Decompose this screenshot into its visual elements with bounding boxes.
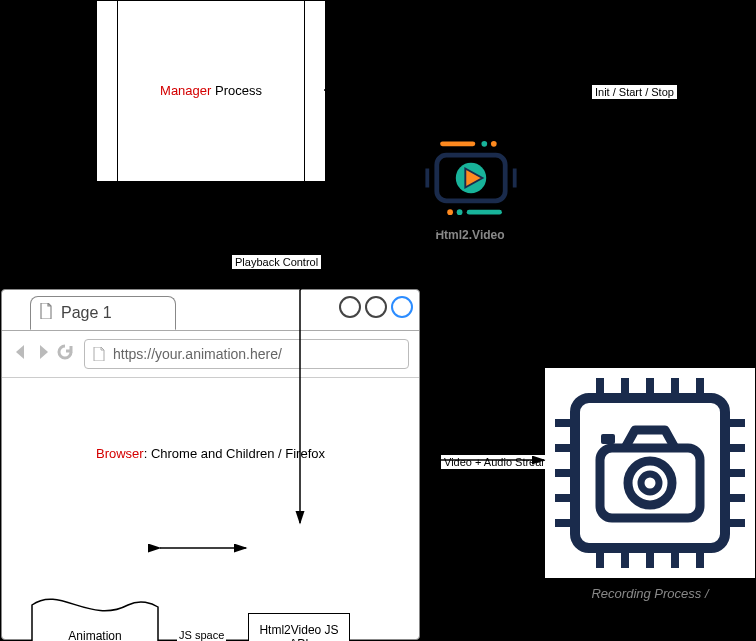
manager-process-box: Manager Process [96, 0, 326, 182]
page-icon [39, 303, 53, 323]
back-icon[interactable] [12, 343, 30, 365]
recording-process-label: Recording Process / [550, 586, 750, 601]
playback-control-label: Playback Control [231, 254, 322, 270]
svg-point-5 [491, 141, 497, 147]
video-audio-stream-label: Video + Audio Stream [440, 454, 555, 470]
browser-caption: Browser: Chrome and Children / Firefox [2, 446, 419, 461]
animation-label: Animation [30, 629, 160, 641]
window-button[interactable] [365, 296, 387, 318]
browser-tab[interactable]: Page 1 [30, 296, 176, 330]
window-button[interactable] [391, 296, 413, 318]
window-button[interactable] [339, 296, 361, 318]
url-text: https://your.animation.here/ [113, 346, 282, 362]
init-start-stop-label: Init / Start / Stop [591, 84, 678, 100]
js-space-label: JS space [177, 629, 226, 641]
animation-doc: Animation [30, 585, 160, 641]
manager-label: Manager Process [97, 83, 325, 98]
svg-point-33 [628, 461, 672, 505]
browser-tabbar: Page 1 [2, 290, 419, 331]
html2video-title: Html2.Video [420, 228, 520, 242]
browser-window: Page 1 https://your.animation.here/ [1, 289, 420, 640]
svg-point-34 [641, 474, 659, 492]
html2video-logo [423, 140, 519, 216]
page-icon [93, 347, 105, 361]
svg-point-7 [447, 209, 453, 215]
recording-process-box [545, 368, 755, 578]
tab-label: Page 1 [61, 304, 112, 322]
svg-rect-35 [601, 434, 615, 444]
svg-point-4 [481, 141, 487, 147]
browser-navbar: https://your.animation.here/ [2, 331, 419, 378]
svg-point-8 [457, 209, 463, 215]
url-input[interactable]: https://your.animation.here/ [84, 339, 409, 369]
window-buttons [339, 296, 413, 318]
html2video-js-api-box: Html2Video JS API [248, 613, 350, 641]
reload-icon[interactable] [56, 343, 74, 365]
forward-icon[interactable] [34, 343, 52, 365]
